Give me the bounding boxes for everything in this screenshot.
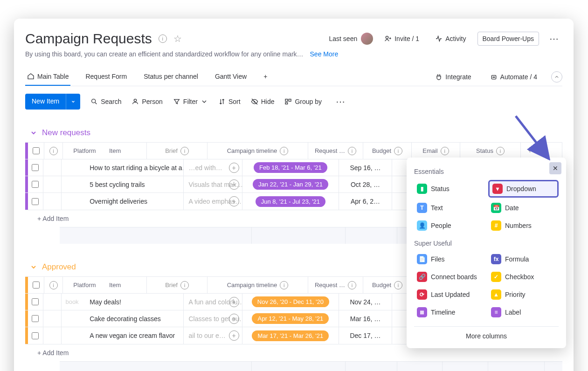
column-status[interactable]: Status i [460,143,520,159]
row-checkbox[interactable] [32,298,39,305]
group-header[interactable]: New requests [25,128,562,137]
row-checkbox[interactable] [32,198,39,205]
item-name[interactable]: How to start riding a bicycle at a… [60,159,183,176]
info-icon[interactable]: i [44,277,62,293]
column-type-numbers[interactable]: #Numbers [488,218,559,233]
column-type-priority[interactable]: ▲Priority [488,287,559,302]
collapse-icon[interactable] [551,71,562,82]
timeline-cell[interactable]: Jan 22, '21 - Jan 29, '21 [242,176,339,192]
brief-cell[interactable]: ail to our e…+ [183,327,242,344]
new-item-button[interactable]: New Item [25,94,80,110]
column-budget[interactable]: Budget i [363,143,411,159]
timeline-cell[interactable]: Apr 12, '21 - May 28, '21 [242,310,339,327]
column-request[interactable]: Request … i [308,277,363,293]
column-budget[interactable]: Budget i [363,277,411,293]
star-icon[interactable]: ☆ [173,33,182,44]
row-checkbox[interactable] [32,181,39,188]
avatar[interactable] [361,33,373,45]
tab-main-table[interactable]: Main Table [25,68,70,86]
tab-status-channel[interactable]: Status per channel [142,68,200,86]
brief-cell[interactable]: …ed with…+ [183,159,242,176]
search-button[interactable]: Search [90,98,121,105]
svg-rect-7 [289,99,291,102]
plus-icon[interactable]: + [229,330,239,341]
groupby-button[interactable]: Group by [284,98,322,105]
row-checkbox[interactable] [32,315,39,322]
column-request[interactable]: Request … i [308,143,363,159]
plus-icon[interactable]: + [229,163,239,173]
plus-icon[interactable]: + [229,297,239,307]
svg-point-4 [92,99,96,103]
brief-cell[interactable]: A video emphas…+ [183,193,242,210]
column-timeline[interactable]: Campaign timeline i [207,277,308,293]
plus-icon[interactable]: + [229,314,239,324]
info-icon[interactable]: i [44,143,62,159]
person-filter-button[interactable]: Person [131,98,162,105]
request-cell: Apr 6, 2… [339,193,392,210]
column-type-text[interactable]: TText [414,200,484,215]
plus-icon[interactable]: + [229,196,239,206]
column-type-checkbox[interactable]: ✓Checkbox [488,269,559,284]
column-type-dropdown[interactable]: ▾Dropdown [488,180,559,198]
info-icon[interactable]: i [159,34,167,43]
tab-request-form[interactable]: Request Form [83,68,129,86]
toolbar-more-icon[interactable]: ⋯ [332,94,349,109]
see-more-link[interactable]: See More [310,50,339,58]
timeline-cell[interactable]: Feb 18, '21 - Mar 6, '21 [242,159,339,176]
add-column-popover: ✕ Essentials ▮Status▾DropdownTText📅Date👤… [407,158,566,348]
activity-button[interactable]: Activity [430,32,470,45]
select-all-checkbox[interactable] [33,282,40,289]
row-checkbox[interactable] [32,332,39,339]
column-type-status[interactable]: ▮Status [414,180,484,198]
request-cell: Sep 16, … [339,159,392,176]
automate-button[interactable]: Automate / 4 [485,70,542,83]
request-cell: Nov 24, … [339,294,392,310]
brief-cell[interactable]: Classes to get ou…+ [183,310,242,327]
column-type-people[interactable]: 👤People [414,218,484,233]
close-icon[interactable]: ✕ [549,162,561,174]
last-seen: Last seen [329,33,374,45]
more-columns-button[interactable]: More columns [414,326,559,340]
column-type-timeline[interactable]: ≣Timeline [414,305,484,320]
request-cell: Mar 16, … [339,310,392,327]
column-type-last-updated[interactable]: ⟳Last Updated [414,287,484,302]
column-type-files[interactable]: 📄Files [414,252,484,267]
item-name[interactable]: A new vegan ice cream flavor [60,327,183,344]
brief-cell[interactable]: Visuals that mak…+ [183,176,242,192]
column-type-label[interactable]: ≡Label [488,305,559,320]
item-name[interactable]: Overnight deliveries [60,193,183,210]
brief-cell[interactable]: A fun and colorfu…+ [183,294,242,310]
svg-rect-8 [285,103,288,104]
add-column-button[interactable]: + [520,143,539,159]
more-menu-icon[interactable]: ⋯ [546,31,562,46]
tab-add[interactable]: + [262,68,269,86]
item-name[interactable]: May deals! [60,294,183,310]
plus-icon[interactable]: + [229,179,239,190]
integrate-button[interactable]: Integrate [430,70,476,83]
column-type-date[interactable]: 📅Date [488,200,559,215]
invite-button[interactable]: Invite / 1 [380,32,424,45]
column-item[interactable]: Item [62,277,146,293]
timeline-cell[interactable]: Mar 17, '21 - Mar 26, '21 [242,327,339,344]
row-checkbox[interactable] [32,164,39,171]
column-type-formula[interactable]: fxFormula [488,252,559,267]
column-brief[interactable]: Briefi [146,143,207,159]
column-timeline[interactable]: Campaign timeline i [207,143,308,159]
timeline-cell[interactable]: Nov 26, '20 - Dec 11, '20 [242,294,339,310]
sort-button[interactable]: Sort [218,98,241,105]
column-item[interactable]: Item [62,143,146,159]
column-type-connect-boards[interactable]: 🔗Connect boards [414,269,484,284]
column-brief[interactable]: Briefi [146,277,207,293]
timeline-cell[interactable]: Jun 8, '21 - Jul 23, '21 [242,193,339,210]
svg-point-2 [493,77,493,77]
item-name[interactable]: 5 best cycling trails [60,176,183,192]
column-email[interactable]: Email i [411,143,460,159]
select-all-checkbox[interactable] [33,147,40,154]
tab-gantt-view[interactable]: Gantt View [213,68,249,86]
new-item-dropdown[interactable] [66,94,80,110]
hide-button[interactable]: Hide [251,98,275,105]
powerups-button[interactable]: Board Power-Ups [477,32,540,46]
item-name[interactable]: Cake decorating classes [60,310,183,327]
filter-button[interactable]: Filter [173,98,208,105]
super-useful-heading: Super Useful [414,240,559,247]
